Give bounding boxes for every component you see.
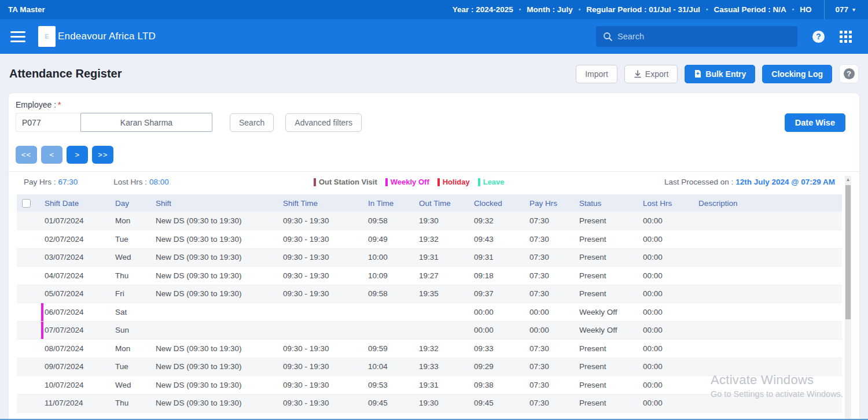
- cell-shift-time: 09:30 - 19:30: [279, 212, 365, 230]
- cell-shift: New DS (09:30 to 19:30): [152, 285, 279, 303]
- bullet-separator-icon: •: [519, 6, 521, 13]
- user-code: 077: [835, 5, 848, 14]
- date-wise-button[interactable]: Date Wise: [785, 113, 845, 132]
- pay-hrs-stat: Pay Hrs :67:30: [24, 178, 78, 186]
- table-row[interactable]: 05/07/2024FriNew DS (09:30 to 19:30)09:3…: [17, 285, 842, 303]
- last-processed: Last Processed on :12th July 2024 @ 07:2…: [664, 178, 835, 186]
- advanced-filters-button[interactable]: Advanced filters: [285, 113, 362, 132]
- help-icon[interactable]: ?: [812, 31, 825, 43]
- table-row[interactable]: 06/07/2024Sat00:0000:00Weekly Off00:00: [17, 303, 842, 322]
- table-row[interactable]: 01/07/2024MonNew DS (09:30 to 19:30)09:3…: [17, 212, 842, 230]
- column-header[interactable]: Shift: [152, 194, 279, 212]
- cell-day: Mon: [112, 340, 152, 358]
- bulk-entry-button[interactable]: Bulk Entry: [685, 65, 755, 83]
- table-row[interactable]: 10/07/2024WedNew DS (09:30 to 19:30)09:3…: [17, 376, 842, 395]
- cell-pay-hrs: 07:30: [526, 340, 576, 358]
- cell-status: Present: [576, 212, 639, 230]
- table-row[interactable]: 09/07/2024TueNew DS (09:30 to 19:30)09:3…: [17, 358, 842, 376]
- cell-pay-hrs: 00:00: [526, 303, 576, 322]
- cell-clocked: 09:43: [470, 230, 526, 249]
- topbar-info-list: Year : 2024-2025•Month : July•Regular Pe…: [453, 5, 812, 14]
- legend-color-bar: [478, 178, 480, 186]
- table-scrollbar[interactable]: ▲: [845, 176, 851, 419]
- advanced-filters-label: Advanced filters: [295, 118, 352, 127]
- scroll-up-icon[interactable]: ▲: [845, 176, 851, 184]
- cell-day: Sun: [112, 321, 152, 340]
- global-search[interactable]: [596, 26, 797, 47]
- cell-day: Mon: [112, 212, 152, 230]
- cell-shift-date: 07/07/2024: [41, 321, 112, 340]
- column-header[interactable]: Out Time: [415, 194, 470, 212]
- app-title: TA Master: [8, 5, 45, 14]
- cell-out-time: 19:30: [415, 212, 470, 230]
- column-header[interactable]: Description: [695, 194, 842, 212]
- employee-code-input[interactable]: [16, 113, 80, 132]
- search-input[interactable]: [617, 32, 790, 41]
- column-header[interactable]: Shift Date: [41, 194, 112, 212]
- table-row[interactable]: 11/07/2024ThuNew DS (09:30 to 19:30)09:3…: [17, 394, 842, 412]
- clocking-log-label: Clocking Log: [771, 69, 823, 79]
- topbar-info-item: Year : 2024-2025: [453, 5, 513, 14]
- cell-out-time: [415, 321, 470, 340]
- cell-shift: New DS (09:30 to 19:30): [152, 267, 279, 285]
- cell-in-time: [365, 303, 415, 322]
- column-header[interactable]: In Time: [365, 194, 415, 212]
- table-row[interactable]: 03/07/2024WedNew DS (09:30 to 19:30)09:3…: [17, 248, 842, 267]
- clocking-log-button[interactable]: Clocking Log: [762, 65, 832, 83]
- cell-clocked: 09:33: [470, 340, 526, 358]
- column-header[interactable]: Status: [576, 194, 639, 212]
- cell-shift-time: 09:30 - 19:30: [279, 394, 365, 412]
- cell-pay-hrs: 07:30: [526, 267, 576, 285]
- cell-shift-date: 01/07/2024: [41, 212, 112, 230]
- row-select-cell: [17, 394, 41, 412]
- legend-item: Leave: [478, 178, 505, 186]
- table-row[interactable]: 07/07/2024Sun00:0000:00Weekly Off00:00: [17, 321, 842, 340]
- apps-grid-icon[interactable]: [840, 31, 852, 43]
- cell-status: Present: [576, 358, 639, 376]
- bullet-separator-icon: •: [792, 6, 795, 13]
- user-code-dropdown[interactable]: 077 ▾: [835, 5, 860, 14]
- cell-shift: New DS (09:30 to 19:30): [152, 358, 279, 376]
- column-header[interactable]: Pay Hrs: [526, 194, 576, 212]
- export-button[interactable]: Export: [624, 65, 678, 83]
- column-header[interactable]: Day: [112, 194, 152, 212]
- cell-day: Wed: [112, 376, 152, 395]
- last-page-button[interactable]: >>: [92, 146, 113, 164]
- row-select-cell: [17, 285, 41, 303]
- column-header[interactable]: Clocked: [470, 194, 526, 212]
- search-button[interactable]: Search: [230, 113, 274, 132]
- cell-status: Present: [576, 285, 639, 303]
- cell-description: [695, 248, 842, 267]
- logo-glyph: E: [45, 33, 49, 40]
- column-header[interactable]: Lost Hrs: [639, 194, 695, 212]
- import-button[interactable]: Import: [576, 65, 617, 83]
- table-row[interactable]: 04/07/2024ThuNew DS (09:30 to 19:30)09:3…: [17, 267, 842, 285]
- cell-in-time: 10:09: [365, 267, 415, 285]
- previous-page-button[interactable]: <: [41, 146, 62, 164]
- select-all-checkbox[interactable]: [22, 199, 31, 208]
- cell-out-time: 19:35: [415, 285, 470, 303]
- page-help-button[interactable]: ?: [839, 64, 859, 83]
- column-header[interactable]: Shift Time: [279, 194, 365, 212]
- cell-description: [695, 212, 842, 230]
- first-page-button[interactable]: <<: [16, 146, 37, 164]
- cell-shift-time: 09:30 - 19:30: [279, 248, 365, 267]
- cell-shift: New DS (09:30 to 19:30): [152, 394, 279, 412]
- employee-name-input[interactable]: [80, 113, 212, 132]
- scrollbar-thumb[interactable]: [845, 185, 851, 319]
- next-page-button[interactable]: >: [67, 146, 88, 164]
- table-row[interactable]: 08/07/2024MonNew DS (09:30 to 19:30)09:3…: [17, 340, 842, 358]
- cell-clocked: 09:18: [470, 267, 526, 285]
- cell-status: Present: [576, 248, 639, 267]
- table-row[interactable]: 02/07/2024TueNew DS (09:30 to 19:30)09:3…: [17, 230, 842, 249]
- cell-clocked: 09:37: [470, 285, 526, 303]
- file-edit-icon: [694, 69, 702, 78]
- date-wise-label: Date Wise: [795, 118, 835, 127]
- cell-day: Wed: [112, 248, 152, 267]
- cell-shift-date: 09/07/2024: [41, 358, 112, 376]
- cell-description: [695, 358, 842, 376]
- cell-in-time: 09:58: [365, 285, 415, 303]
- row-select-cell: [17, 248, 41, 267]
- cell-shift: [152, 321, 279, 340]
- menu-icon[interactable]: [10, 31, 25, 42]
